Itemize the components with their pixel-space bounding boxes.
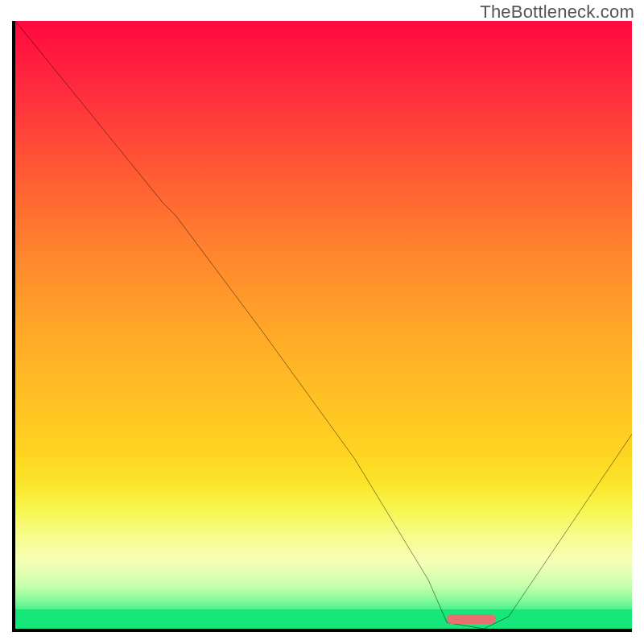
bottleneck-curve (15, 21, 632, 629)
watermark-text: TheBottleneck.com (480, 2, 634, 23)
optimal-marker (447, 614, 496, 624)
chart-plot-area (12, 21, 632, 632)
